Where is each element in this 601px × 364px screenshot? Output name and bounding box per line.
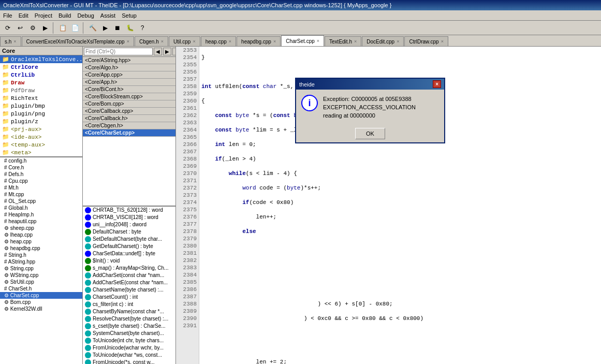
project-item-tempaux[interactable]: 📁 <temp-aux> <box>0 141 82 149</box>
menu-assist[interactable]: Assist <box>97 11 119 20</box>
tab-sh[interactable]: s.h × <box>0 36 21 46</box>
close-tab-heapdbg[interactable]: × <box>273 39 276 44</box>
file-mth[interactable]: # Mt.h <box>0 184 82 191</box>
member-chrtab-viscii[interactable]: CHRTAB_VISCII[128] : word <box>83 214 175 221</box>
project-item-pdfdraw[interactable]: 📁 PdfDraw <box>0 86 82 94</box>
member-uni-info[interactable]: uni__info[2048] : dword <box>83 221 175 228</box>
code-editor[interactable]: 2353 2354 2355 2356 2357 2358 2359 2360 … <box>176 47 601 364</box>
close-tab-sh[interactable]: × <box>13 39 16 44</box>
project-item-richtext[interactable]: 📁 RichText <box>0 94 82 102</box>
find-input[interactable] <box>84 48 153 55</box>
member-fromunicode-s[interactable]: FromUnicode(*s, const w... <box>83 359 175 365</box>
member-setdefaultcharset[interactable]: SetDefaultCharset(byte char... <box>83 236 175 243</box>
toolbar-btn-2[interactable]: ↩ <box>14 22 26 34</box>
include-blockstream[interactable]: <Core/BlockStream.cpp> <box>83 93 175 100</box>
include-callbackh[interactable]: <Core/Callback.h> <box>83 115 175 122</box>
menu-setup[interactable]: Setup <box>119 11 140 20</box>
member-chrtab-tis[interactable]: CHRTAB_TIS_620[128] : word <box>83 207 175 214</box>
file-charseth[interactable]: # CharSet.h <box>0 285 82 292</box>
tab-docedit[interactable]: DocEdit.cpp × <box>362 36 404 46</box>
toolbar-btn-11[interactable]: ? <box>137 22 148 34</box>
file-core[interactable]: # Core.h <box>0 164 82 171</box>
find-options-btn[interactable]: ▼ <box>172 48 176 55</box>
file-sheep[interactable]: ⚙ sheep.cpp <box>0 225 82 231</box>
file-global[interactable]: # Global.h <box>0 205 82 211</box>
file-charsetcpp[interactable]: ⚙ CharSet.cpp <box>0 292 82 299</box>
close-tab-util[interactable]: × <box>193 39 195 44</box>
file-config[interactable]: # config.h <box>0 157 82 164</box>
find-next-btn[interactable]: ▶ <box>163 48 171 55</box>
member-addcharset[interactable]: AddCharSet(const char *nam... <box>83 272 175 279</box>
file-mtcpp[interactable]: # Mt.cpp <box>0 191 82 198</box>
close-tab-textedit[interactable]: × <box>354 39 357 44</box>
toolbar-btn-7[interactable]: 🔨 <box>87 22 98 34</box>
project-item-ideaux[interactable]: 📁 <ide-aux> <box>0 133 82 141</box>
toolbar-btn-3[interactable]: ⚙ <box>27 22 38 34</box>
file-heaputil[interactable]: # heaputil.cpp <box>0 218 82 225</box>
dialog-ok-button[interactable]: OK <box>355 128 385 139</box>
member-fromunicode-wchar[interactable]: FromUnicode(wchar wchr, by... <box>83 344 175 352</box>
member-getdefaultcharset[interactable]: GetDefaultCharset() : byte <box>83 243 175 250</box>
include-charset[interactable]: <Core/CharSet.cpp> <box>83 129 175 137</box>
tab-cbgen[interactable]: Cbgen.h × <box>135 36 168 46</box>
member-charsetname[interactable]: CharsetName(byte charset) :... <box>83 286 175 294</box>
dialog-close-button[interactable]: × <box>433 80 441 88</box>
close-tab-charset[interactable]: × <box>317 38 319 43</box>
project-item-draw[interactable]: 📁 Draw <box>0 79 82 86</box>
tab-heapdbg[interactable]: heapdbg.cpp × <box>237 36 281 46</box>
member-systemcharset[interactable]: SystemCharset(byte charset)... <box>83 330 175 337</box>
file-lheap[interactable]: ⚙ lheap.cpp <box>0 231 82 238</box>
file-heap[interactable]: ⚙ heap.cpp <box>0 238 82 245</box>
toolbar-btn-5[interactable]: 📋 <box>57 22 68 34</box>
tab-convert[interactable]: ConvertExcelXmlToOracleXslTemplate.cpp × <box>22 36 134 46</box>
project-item-png[interactable]: 📁 plugin/png <box>0 110 82 118</box>
toolbar-btn-1[interactable]: ⟳ <box>2 22 13 34</box>
include-appcpp[interactable]: <Core/App.cpp> <box>83 71 175 79</box>
project-item-z[interactable]: 📁 plugin/z <box>0 118 82 125</box>
member-defaultcharset[interactable]: DefaultCharset : byte <box>83 228 175 236</box>
include-astring[interactable]: <Core/AString.hpp> <box>83 57 175 64</box>
toolbar-btn-9[interactable]: ⏹ <box>112 22 123 34</box>
close-tab-convert[interactable]: × <box>127 39 129 44</box>
menu-debug[interactable]: Debug <box>74 11 97 20</box>
menu-build[interactable]: Build <box>55 11 74 20</box>
file-string[interactable]: # String.h <box>0 252 82 258</box>
member-sinit[interactable]: $Init() : void <box>83 257 175 265</box>
include-bom[interactable]: <Core/Bom.cpp> <box>83 100 175 108</box>
file-wstring[interactable]: ⚙ WString.cpp <box>0 272 82 279</box>
project-item-ctrlcore[interactable]: 📁 CtrlCore <box>0 63 82 71</box>
close-tab-docedit[interactable]: × <box>397 39 399 44</box>
member-tounicode-ws[interactable]: ToUnicode(wchar *ws, const... <box>83 352 175 359</box>
include-callbackcpp[interactable]: <Core/Callback.cpp> <box>83 108 175 115</box>
member-charsetdata-undef[interactable]: CharSetData::undef[] : byte <box>83 250 175 257</box>
file-heapdbg[interactable]: ⚙ heapdbg.cpp <box>0 245 82 252</box>
include-cbgen[interactable]: <Core/Cbgen.h> <box>83 122 175 129</box>
project-item-ctrllib[interactable]: 📁 CtrlLib <box>0 71 82 79</box>
file-kernel[interactable]: ⚙ Kernel32W.dll <box>0 305 82 312</box>
member-scset[interactable]: s_cset(byte charset) : CharSe... <box>83 323 175 330</box>
tab-textedit[interactable]: TextEdit.h × <box>325 36 361 46</box>
file-cpu[interactable]: # Cpu.cpp <box>0 178 82 184</box>
project-item-prjaux[interactable]: 📁 <prj-aux> <box>0 125 82 133</box>
tab-charset[interactable]: CharSet.cpp × <box>281 35 324 46</box>
project-item-oracle[interactable]: 📁 OracleXmlToXslConve... <box>0 55 82 63</box>
member-charsetcount[interactable]: CharsetCount() : int <box>83 294 175 301</box>
file-strutil[interactable]: ⚙ StrUtil.cpp <box>0 279 82 285</box>
close-tab-cbgen[interactable]: × <box>161 39 164 44</box>
tab-util[interactable]: Util.cpp × <box>169 36 200 46</box>
include-bicont[interactable]: <Core/BiCont.h> <box>83 86 175 93</box>
include-algo[interactable]: <Core/Algo.h> <box>83 64 175 71</box>
file-defs[interactable]: # Defs.h <box>0 171 82 178</box>
file-astring[interactable]: # AString.hpp <box>0 258 82 265</box>
tab-heap[interactable]: heap.cpp × <box>201 36 236 46</box>
toolbar-btn-4[interactable]: ▶ <box>39 22 51 34</box>
find-prev-btn[interactable]: ◀ <box>154 48 162 55</box>
project-item-meta[interactable]: 📁 <meta> <box>0 149 82 156</box>
file-bom[interactable]: ⚙ Bom.cpp <box>0 299 82 305</box>
member-resolvecharset[interactable]: ResolveCharset(byte charset) :... <box>83 315 175 323</box>
toolbar-btn-6[interactable]: 📄 <box>69 22 81 34</box>
file-heapimp[interactable]: # HeapImp.h <box>0 211 82 218</box>
toolbar-btn-10[interactable]: 🐛 <box>124 22 136 34</box>
project-item-bmp[interactable]: 📁 plugin/bmp <box>0 102 82 110</box>
include-apph[interactable]: <Core/App.h> <box>83 79 175 86</box>
